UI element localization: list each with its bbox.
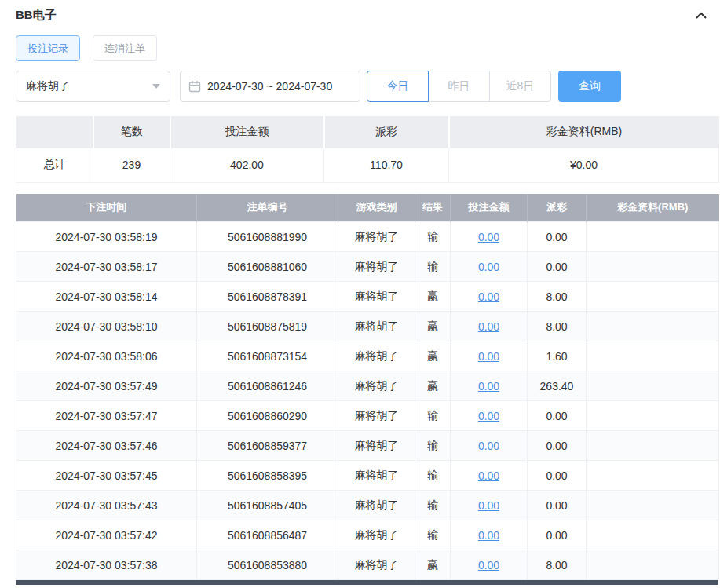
panel-header: BB电子 (16, 0, 718, 29)
table-row: 2024-07-30 03:57:42 5061608856487 麻将胡了 输… (16, 520, 719, 550)
summary-bet-amount-value: 402.00 (170, 148, 324, 182)
result-cell: 输 (415, 252, 451, 282)
game-select-value: 麻将胡了 (26, 79, 70, 93)
bonus-cell (587, 520, 719, 550)
order-id-cell: 5061608878391 (197, 282, 338, 312)
last8days-button[interactable]: 近8日 (489, 71, 551, 102)
tab-cancelled-orders[interactable]: 连消注单 (93, 35, 157, 61)
result-cell: 输 (415, 491, 451, 520)
tabs: 投注记录 连消注单 (16, 35, 718, 61)
today-button[interactable]: 今日 (367, 71, 429, 102)
bet-amount-link[interactable]: 0.00 (478, 499, 499, 512)
result-cell: 输 (415, 401, 451, 431)
bet-time-cell: 2024-07-30 03:57:47 (16, 401, 197, 431)
payout-cell: 0.00 (528, 222, 587, 252)
order-id-cell: 5061608861246 (197, 371, 338, 401)
tab-bet-records[interactable]: 投注记录 (16, 35, 80, 61)
order-id-cell: 5061608881060 (197, 252, 338, 282)
summary-count-value: 239 (93, 148, 170, 182)
bet-amount-cell: 0.00 (451, 282, 528, 312)
bonus-cell (587, 341, 719, 371)
bb-electronic-panel: BB电子 投注记录 连消注单 麻将胡了 (16, 0, 718, 585)
summary-table: 笔数 投注金额 派彩 彩金资料(RMB) 总计 239 402.00 110.7… (16, 116, 719, 183)
game-select[interactable]: 麻将胡了 (16, 71, 170, 102)
bet-amount-link[interactable]: 0.00 (478, 469, 499, 482)
game-type-cell: 麻将胡了 (338, 550, 415, 580)
order-id-cell: 5061608881990 (197, 222, 338, 252)
game-type-cell: 麻将胡了 (338, 401, 415, 431)
bet-amount-link[interactable]: 0.00 (478, 290, 499, 303)
payout-cell: 8.00 (528, 550, 587, 580)
bet-time-cell: 2024-07-30 03:57:38 (16, 550, 197, 580)
records-table: 下注时间 注单编号 游戏类别 结果 投注金额 派彩 彩金资料(RMB) 2024… (16, 194, 719, 581)
order-id-cell: 5061608859377 (197, 431, 338, 461)
result-cell: 输 (415, 461, 451, 491)
payout-cell: 263.40 (528, 371, 587, 401)
order-id-cell: 5061608853880 (197, 550, 338, 580)
records-header-bonus: 彩金资料(RMB) (587, 194, 719, 222)
payout-cell: 8.00 (528, 312, 587, 341)
bet-amount-link[interactable]: 0.00 (478, 410, 499, 422)
search-button[interactable]: 查询 (558, 71, 621, 102)
bonus-cell (587, 371, 719, 401)
bonus-cell (587, 222, 719, 252)
table-row: 2024-07-30 03:58:14 5061608878391 麻将胡了 赢… (16, 282, 719, 312)
bet-amount-link[interactable]: 0.00 (478, 261, 499, 273)
bet-amount-link[interactable]: 0.00 (478, 559, 499, 572)
order-id-cell: 5061608875819 (197, 312, 338, 341)
bet-amount-link[interactable]: 0.00 (478, 350, 499, 363)
order-id-cell: 5061608873154 (197, 341, 338, 371)
records-header-result: 结果 (415, 194, 451, 222)
bet-amount-link[interactable]: 0.00 (478, 440, 499, 452)
collapse-button[interactable] (693, 9, 709, 22)
bet-amount-cell: 0.00 (451, 550, 528, 580)
bet-amount-cell: 0.00 (451, 401, 528, 431)
table-row: 2024-07-30 03:58:10 5061608875819 麻将胡了 赢… (16, 312, 719, 341)
records-header-bet: 投注金额 (451, 194, 528, 222)
payout-cell: 8.00 (528, 282, 587, 312)
bonus-cell (587, 282, 719, 312)
game-type-cell: 麻将胡了 (338, 371, 415, 401)
bet-amount-link[interactable]: 0.00 (478, 529, 499, 542)
result-cell: 赢 (415, 371, 451, 401)
bet-amount-cell: 0.00 (451, 520, 528, 550)
bonus-cell (587, 491, 719, 520)
bonus-cell (587, 252, 719, 282)
next-section-bar[interactable] (16, 580, 718, 585)
result-cell: 赢 (415, 550, 451, 580)
bet-time-cell: 2024-07-30 03:58:17 (16, 252, 197, 282)
table-row: 2024-07-30 03:57:38 5061608853880 麻将胡了 赢… (16, 550, 719, 580)
bonus-cell (587, 431, 719, 461)
date-range-value: 2024-07-30 ~ 2024-07-30 (207, 80, 332, 93)
payout-cell: 0.00 (528, 431, 587, 461)
game-type-cell: 麻将胡了 (338, 312, 415, 341)
summary-header-bonus: 彩金资料(RMB) (449, 116, 719, 148)
summary-total-label: 总计 (16, 148, 93, 182)
result-cell: 赢 (415, 312, 451, 341)
bet-time-cell: 2024-07-30 03:57:43 (16, 491, 197, 520)
date-range-picker[interactable]: 2024-07-30 ~ 2024-07-30 (180, 71, 360, 102)
records-header-game: 游戏类别 (338, 194, 415, 222)
calendar-icon (188, 80, 201, 93)
yesterday-button[interactable]: 昨日 (428, 71, 490, 102)
game-type-cell: 麻将胡了 (338, 461, 415, 491)
table-row: 2024-07-30 03:58:19 5061608881990 麻将胡了 输… (16, 222, 719, 252)
game-type-cell: 麻将胡了 (338, 282, 415, 312)
table-row: 2024-07-30 03:57:46 5061608859377 麻将胡了 输… (16, 431, 719, 461)
result-cell: 赢 (415, 282, 451, 312)
bet-amount-link[interactable]: 0.00 (478, 320, 499, 333)
order-id-cell: 5061608858395 (197, 461, 338, 491)
order-id-cell: 5061608857405 (197, 491, 338, 520)
game-type-cell: 麻将胡了 (338, 491, 415, 520)
bet-amount-link[interactable]: 0.00 (478, 231, 499, 243)
payout-cell: 0.00 (528, 401, 587, 431)
bet-time-cell: 2024-07-30 03:58:19 (16, 222, 197, 252)
summary-bonus-value: ¥0.00 (449, 148, 719, 182)
bet-amount-link[interactable]: 0.00 (478, 380, 499, 393)
game-type-cell: 麻将胡了 (338, 222, 415, 252)
table-row: 2024-07-30 03:57:49 5061608861246 麻将胡了 赢… (16, 371, 719, 401)
bonus-cell (587, 312, 719, 341)
bet-amount-cell: 0.00 (451, 341, 528, 371)
bet-amount-cell: 0.00 (451, 371, 528, 401)
table-row: 2024-07-30 03:57:43 5061608857405 麻将胡了 输… (16, 491, 719, 520)
